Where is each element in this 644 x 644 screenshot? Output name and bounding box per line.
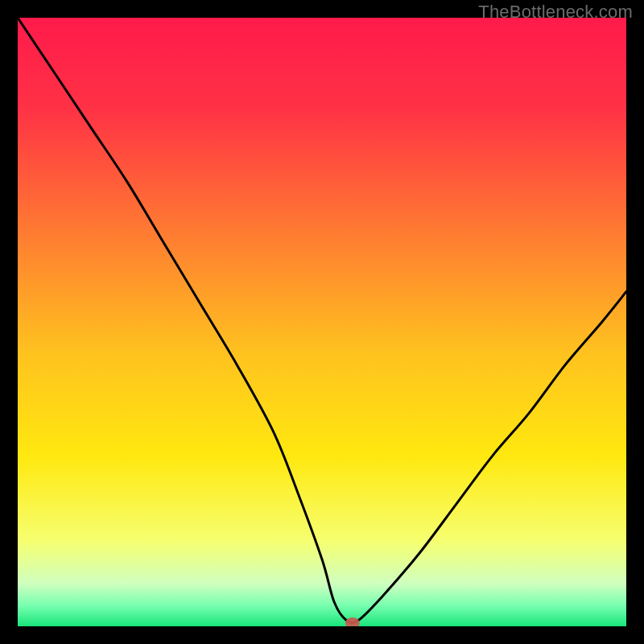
chart-frame: TheBottleneck.com: [0, 0, 644, 644]
gradient-background: [18, 18, 626, 626]
plot-area: [18, 18, 626, 626]
watermark-label: TheBottleneck.com: [478, 2, 633, 23]
chart-svg: [18, 18, 626, 626]
